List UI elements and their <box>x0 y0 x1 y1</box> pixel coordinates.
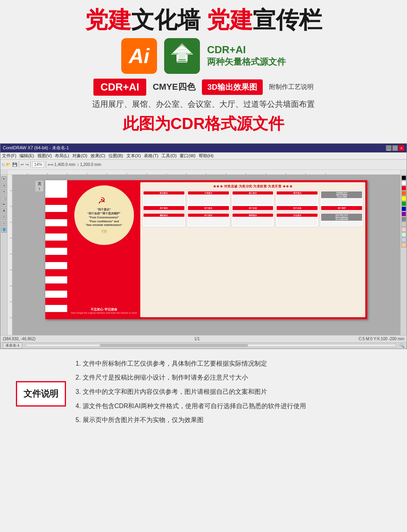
color-gray[interactable] <box>401 217 406 222</box>
toolbar-separator3 <box>46 161 46 168</box>
panel-2-bottom: 四个意识 <box>188 206 229 210</box>
panel-4-top: 看齐意识 <box>277 191 318 195</box>
corel-bottom-bar: 未命名-1 🔍 <box>0 342 407 349</box>
menu-table[interactable]: 表格(T) <box>144 153 158 159</box>
pl <box>143 222 184 223</box>
color-white[interactable] <box>401 181 406 185</box>
pl <box>143 201 184 202</box>
canvas-wrapper: 页 1 <box>45 180 367 330</box>
crop-tool[interactable]: ⌗ <box>1 189 7 195</box>
panel-5-lines <box>321 199 362 204</box>
pl <box>233 204 273 204</box>
stripe-red-8 <box>45 298 67 305</box>
cdr-logo-svg <box>168 42 196 70</box>
badge-3d: 3D输出效果图 <box>202 79 263 95</box>
pl <box>321 201 362 202</box>
menu-layout[interactable]: 布局(L) <box>55 153 69 159</box>
menu-help[interactable]: 帮助(H) <box>199 153 213 159</box>
software-desc: CDR+AI 两种矢量格式源文件 <box>207 44 286 68</box>
menu-view[interactable]: 视图(V) <box>37 153 52 159</box>
menu-bitmap[interactable]: 位图(B) <box>109 153 123 159</box>
panel-4: 看齐意识 <box>275 190 319 212</box>
color-pink[interactable] <box>401 227 406 232</box>
color-blue[interactable] <box>401 206 406 211</box>
h-scrollbar[interactable] <box>25 344 396 347</box>
b-panel-1: 廉政意识 <box>142 212 186 227</box>
pen-tool[interactable]: ✏ <box>1 202 7 207</box>
bottom-section: 文件说明 1. 文件中所标制作工艺仅供参考，具体制作工艺要根据实际情况制定 2.… <box>0 349 407 439</box>
badge-note: 附制作工艺说明 <box>269 83 314 91</box>
b-panel-3: 精神意识 <box>231 212 275 227</box>
menu-effects[interactable]: 效果(C) <box>91 153 105 159</box>
corel-window: CorelDRAW X7 (64-bit) - 未命名-1 _ □ × 文件(F… <box>0 143 407 349</box>
color-lightblue[interactable] <box>401 237 406 242</box>
pl <box>143 218 184 218</box>
menu-edit[interactable]: 编辑(E) <box>19 153 34 159</box>
pl <box>233 199 273 200</box>
corel-toolbar: □ 📂 💾 ↩ ↪ 14% ⟺ 1,400.0 mm ↕ 1,200.0 mm <box>0 160 407 170</box>
shape-tool[interactable]: ◇ <box>1 183 7 188</box>
stripe-white-5 <box>45 262 67 269</box>
color-black[interactable] <box>401 175 406 180</box>
panel-1-top: 政治意识 <box>143 191 184 195</box>
pl <box>188 200 229 201</box>
width-label: ⟺ 1,400.0 mm <box>48 162 76 167</box>
pl <box>321 204 362 204</box>
color-orange[interactable] <box>401 191 406 196</box>
panel-3-top: 核心意识 <box>233 191 273 195</box>
toolbar-new[interactable]: □ <box>2 162 4 167</box>
panel-5-top: 学深悟透习近平新时代中国特色社会主义思想 <box>321 191 362 199</box>
note-item-2: 2. 文件尺寸是投稿比例缩小设计，制作时请务必注意尺寸大小 <box>76 372 391 383</box>
pl <box>233 225 273 226</box>
color-red[interactable] <box>401 186 406 191</box>
pl <box>321 199 362 200</box>
toolbar-open[interactable]: 📂 <box>6 162 11 167</box>
select-tool[interactable]: ↖ <box>1 176 7 182</box>
color-yellow[interactable] <box>401 196 406 201</box>
pl <box>188 218 229 218</box>
menu-window[interactable]: 窗口(W) <box>180 153 196 159</box>
toolbar-save[interactable]: 💾 <box>12 162 17 167</box>
win-controls[interactable]: _ □ × <box>386 145 404 151</box>
menu-object[interactable]: 对象(O) <box>72 153 87 159</box>
title-end: 宣传栏 <box>253 7 322 33</box>
fill-tool[interactable]: 🪣 <box>1 227 7 233</box>
pl <box>277 224 318 224</box>
minimize-btn[interactable]: _ <box>386 145 391 151</box>
color-lightgreen[interactable] <box>401 232 406 237</box>
color-lightgray[interactable] <box>401 222 406 227</box>
b-panel-4-top: 文化意识 <box>277 214 318 217</box>
b-panel-3-lines <box>233 218 273 226</box>
corel-title-text: CorelDRAW X7 (64-bit) - 未命名-1 <box>3 145 69 151</box>
pl <box>277 222 318 223</box>
ai-icon: Ai <box>121 38 157 74</box>
toolbar-redo[interactable]: ↪ <box>25 162 29 167</box>
menu-tools[interactable]: 工具(O) <box>161 153 176 159</box>
pl <box>277 201 318 202</box>
pl <box>188 197 229 197</box>
note-item-5: 5. 展示页中所含图片并不为实物，仅为效果图 <box>76 415 391 425</box>
zoom-tool[interactable]: 🔍 <box>1 195 7 201</box>
text-tool[interactable]: A <box>1 208 7 214</box>
pl <box>233 221 273 222</box>
h-scroll-thumb[interactable] <box>100 344 248 347</box>
pl <box>143 225 184 226</box>
note-item-1: 1. 文件中所标制作工艺仅供参考，具体制作工艺要根据实际情况制定 <box>76 359 391 369</box>
color-tan[interactable] <box>401 243 406 247</box>
menu-file[interactable]: 文件(F) <box>2 153 16 159</box>
ellipse-tool[interactable]: ○ <box>1 221 7 226</box>
color-green[interactable] <box>401 201 406 206</box>
maximize-btn[interactable]: □ <box>392 145 398 151</box>
rect-tool[interactable]: □ <box>1 214 7 220</box>
color-purple[interactable] <box>401 212 406 216</box>
b-panel-1-top: 廉政意识 <box>143 214 184 217</box>
close-btn[interactable]: × <box>399 145 404 151</box>
menu-text[interactable]: 文本(X) <box>126 153 141 159</box>
pl <box>233 218 273 218</box>
pl <box>277 218 318 218</box>
toolbar-separator1 <box>19 161 19 168</box>
corel-statusbar: (384.930, -46.862) 1/1 C:5 M:0 Y:K:100 -… <box>0 335 407 342</box>
toolbar-undo[interactable]: ↩ <box>21 162 24 167</box>
page-tab[interactable]: 未命名-1 <box>3 343 22 349</box>
zoom-icon[interactable]: 🔍 <box>399 343 404 348</box>
